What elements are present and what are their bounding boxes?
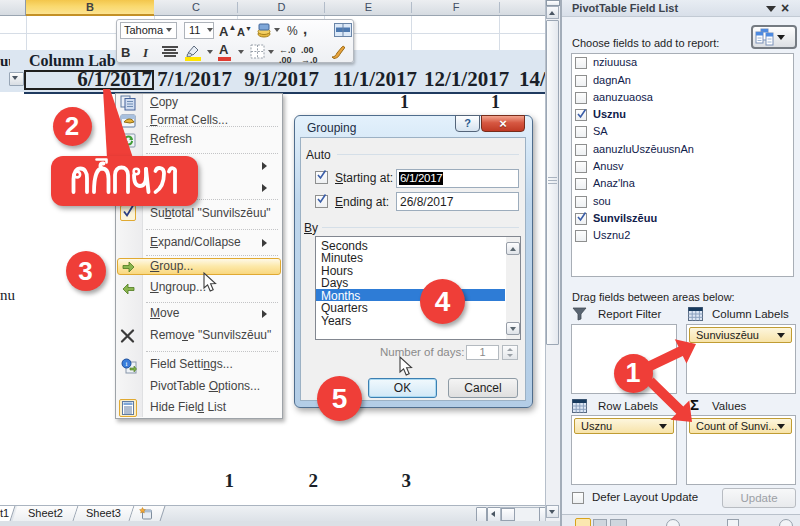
svg-text:i: i	[126, 360, 128, 368]
